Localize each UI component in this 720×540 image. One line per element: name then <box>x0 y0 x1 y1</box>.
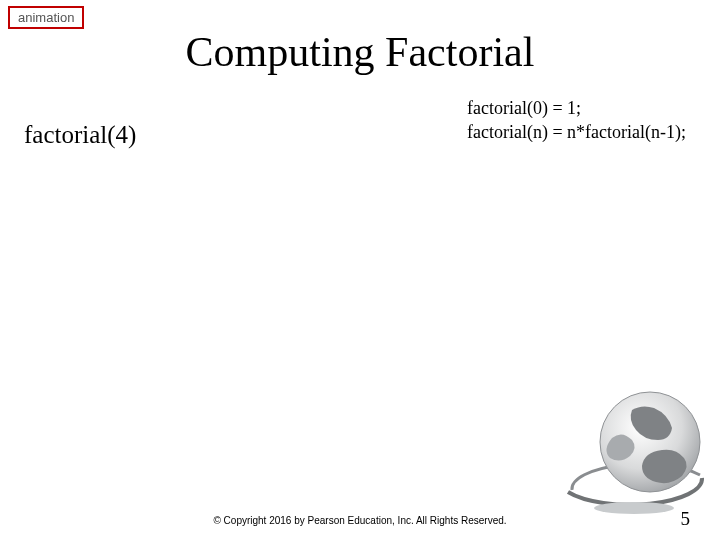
animation-tag: animation <box>8 6 84 29</box>
factorial-expression: factorial(4) <box>24 121 136 149</box>
factorial-definitions: factorial(0) = 1; factorial(n) = n*facto… <box>467 96 686 145</box>
def-line-2: factorial(n) = n*factorial(n-1); <box>467 120 686 144</box>
def-line-1: factorial(0) = 1; <box>467 96 686 120</box>
slide-title: Computing Factorial <box>0 28 720 76</box>
svg-point-1 <box>594 502 674 514</box>
globe-graphic <box>542 380 712 520</box>
page-number: 5 <box>681 508 691 530</box>
animation-tag-label: animation <box>18 10 74 25</box>
copyright-footer: © Copyright 2016 by Pearson Education, I… <box>0 515 720 526</box>
